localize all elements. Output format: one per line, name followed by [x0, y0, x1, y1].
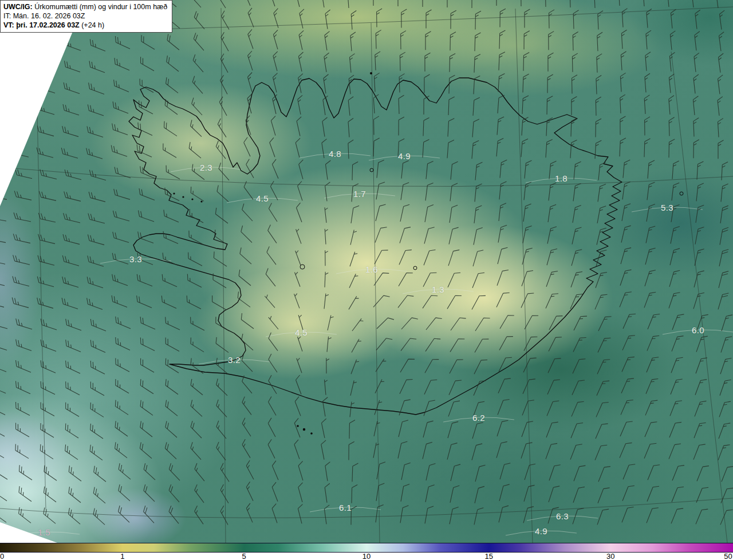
- weather-map: 2.34.84.91.81.74.55.33.31.61.34.56.03.26…: [0, 0, 733, 543]
- init-time-line: IT: Mán. 16. 02. 2026 03Z: [3, 11, 167, 21]
- valid-time: VT: þri. 17.02.2026 03Z: [3, 21, 80, 29]
- contour-arcs: [9, 153, 733, 537]
- colorbar-tick: 10: [362, 552, 371, 560]
- colorbar-tick: 1: [120, 552, 124, 560]
- valid-time-line: VT: þri. 17.02.2026 03Z (+24 h): [3, 21, 167, 30]
- product-label: UWC/IG:: [3, 3, 33, 11]
- colorbar-tick: 50: [724, 552, 732, 560]
- map-corner-mask-bottom-left: [0, 522, 57, 543]
- colorbar-tick: 15: [485, 552, 493, 560]
- graticule-lines: [0, 7, 733, 543]
- colorbar-tick: 30: [606, 552, 614, 560]
- colorbar-tick: 5: [242, 552, 246, 560]
- iceland-coastline: [129, 78, 622, 415]
- title-box: UWC/IG: Úrkomumætti (mm) og vindur i 100…: [0, 0, 172, 33]
- colorbar: 01510153050: [0, 543, 733, 560]
- product-title: Úrkomumætti (mm) og vindur i 100m hæð: [34, 3, 167, 11]
- colorbar-gradient: [0, 543, 733, 553]
- product-line: UWC/IG: Úrkomumætti (mm) og vindur i 100…: [3, 2, 167, 11]
- colorbar-tick: 0: [0, 552, 4, 560]
- valid-offset: (+24 h): [81, 21, 104, 29]
- weather-chart-page: 2.34.84.91.81.74.55.33.31.61.34.56.03.26…: [0, 0, 733, 560]
- colorbar-ticks: 01510153050: [0, 552, 733, 560]
- map-svg: [0, 0, 733, 543]
- wind-barbs: [0, 0, 733, 524]
